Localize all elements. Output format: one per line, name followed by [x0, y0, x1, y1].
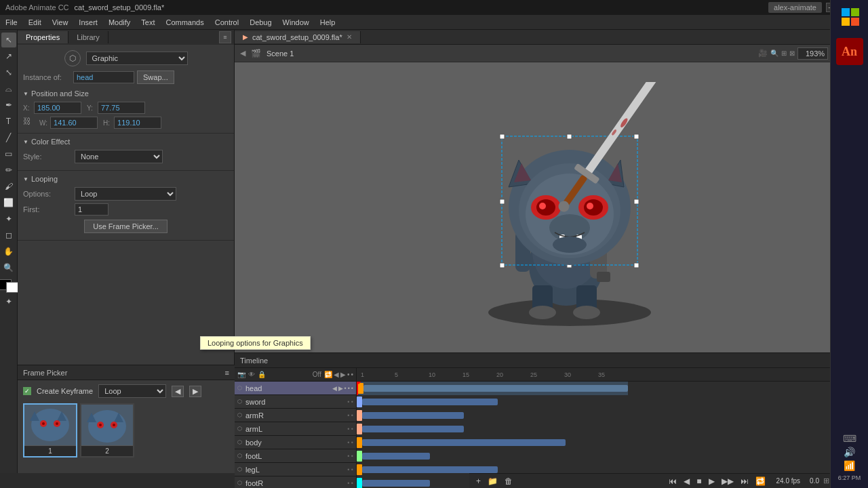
frame-picker-options-icon[interactable]: ≡: [225, 369, 229, 377]
hand-tool[interactable]: ✋: [1, 244, 16, 259]
frame-thumb-2[interactable]: 2: [80, 403, 134, 458]
line-tool[interactable]: ╱: [1, 130, 16, 145]
wh-row: ⛓ W: H:: [23, 117, 229, 129]
prev-frame-btn[interactable]: ◀: [682, 476, 691, 486]
eyedropper-tool[interactable]: ✦: [1, 211, 16, 226]
eye-icon[interactable]: 👁: [248, 371, 255, 378]
layer-armL[interactable]: ⬡ armL • •: [235, 422, 356, 436]
zoom-tool[interactable]: 🔍: [1, 260, 16, 275]
svg-rect-25: [597, 272, 610, 282]
menu-window[interactable]: Window: [277, 17, 315, 28]
fp-next-btn[interactable]: ▶: [189, 386, 201, 397]
layer-legL[interactable]: ⬡ legL • •: [235, 463, 356, 476]
menu-view[interactable]: View: [47, 17, 74, 28]
file-tab-icon: ▶: [243, 33, 248, 41]
frames-area[interactable]: 1 5 10 15 20 25 30 35: [357, 368, 844, 488]
win-start[interactable]: [836, 3, 863, 30]
svg-point-21: [529, 306, 556, 319]
layer-footL[interactable]: ⬡ footL • •: [235, 449, 356, 463]
svg-rect-71: [362, 412, 464, 419]
layer-dots-armL: • •: [347, 426, 353, 432]
first-input[interactable]: [75, 203, 108, 216]
next-frame-btn[interactable]: ▶▶: [720, 476, 735, 486]
tab-library[interactable]: Library: [68, 31, 108, 43]
bone-tool[interactable]: ✦: [1, 294, 16, 309]
win-network-icon[interactable]: 📶: [844, 460, 855, 471]
fp-prev-btn[interactable]: ◀: [172, 386, 184, 397]
swap-button[interactable]: Swap...: [137, 70, 174, 84]
menu-help[interactable]: Help: [315, 17, 341, 28]
loop-dropdown[interactable]: Loop: [98, 384, 166, 398]
create-keyframe-checkbox[interactable]: ✓: [23, 387, 31, 395]
instance-of-input[interactable]: [73, 71, 134, 83]
play-btn[interactable]: ▶: [707, 476, 716, 486]
file-tab[interactable]: ▶ cat_sword_setup_0009.fla* ✕: [235, 31, 361, 43]
menu-debug[interactable]: Debug: [244, 17, 277, 28]
svg-rect-30: [567, 134, 572, 139]
win-sound-icon[interactable]: 🔊: [844, 447, 855, 458]
w-field: W:: [39, 117, 98, 129]
xy-row: X: Y:: [23, 102, 229, 114]
looping-header[interactable]: ▼ Looping: [23, 175, 229, 183]
subselect-tool[interactable]: ↗: [1, 49, 16, 64]
rect-tool[interactable]: ▭: [1, 146, 16, 161]
menu-modify[interactable]: Modify: [103, 17, 136, 28]
style-dropdown[interactable]: None: [75, 150, 163, 163]
y-input[interactable]: [98, 102, 145, 114]
options-dropdown[interactable]: Loop Play Once Single Frame: [75, 187, 176, 201]
frame-picker-title: Frame Picker: [23, 369, 67, 377]
menu-commands[interactable]: Commands: [160, 17, 209, 28]
menu-insert[interactable]: Insert: [73, 17, 103, 28]
panel-options-icon[interactable]: ≡: [219, 31, 231, 43]
layer-sword[interactable]: ⬡ sword • •: [235, 395, 356, 409]
pencil-tool[interactable]: ✏: [1, 163, 16, 178]
add-layer-btn[interactable]: +: [475, 476, 482, 486]
layer-dots: • •: [347, 399, 353, 405]
layer-head[interactable]: ⬡ head ◀▶•••: [235, 382, 356, 395]
use-frame-picker-button[interactable]: Use Frame Picker...: [84, 220, 167, 233]
paint-bucket-tool[interactable]: ⬜: [1, 195, 16, 210]
loop-btn[interactable]: 🔁: [754, 476, 767, 486]
lock-icon[interactable]: 🔒: [258, 371, 266, 378]
free-transform-tool[interactable]: ⤡: [1, 65, 16, 80]
layer-armR[interactable]: ⬡ armR • •: [235, 409, 356, 422]
layer-footR[interactable]: ⬡ footR • •: [235, 476, 356, 488]
x-input[interactable]: [34, 102, 81, 114]
select-tool[interactable]: ↖: [1, 33, 16, 47]
back-icon[interactable]: ◀: [240, 49, 245, 58]
symbol-type-dropdown[interactable]: Graphic: [86, 52, 188, 65]
win-animate-icon[interactable]: An: [836, 38, 863, 65]
menu-text[interactable]: Text: [136, 17, 160, 28]
brush-tool[interactable]: 🖌: [1, 179, 16, 194]
eraser-tool[interactable]: ◻: [1, 228, 16, 243]
lasso-tool[interactable]: ⌓: [1, 81, 16, 96]
menu-control[interactable]: Control: [210, 17, 244, 28]
win-keyboard-icon[interactable]: ⌨: [843, 433, 856, 444]
position-size-header[interactable]: ▼ Position and Size: [23, 89, 229, 98]
stop-btn[interactable]: ■: [695, 476, 703, 486]
layer-dots-footR: • •: [347, 480, 353, 487]
onion-skin-icon[interactable]: ⊞: [823, 476, 829, 485]
file-tab-name: cat_sword_setup_0009.fla*: [252, 33, 342, 41]
tab-properties[interactable]: Properties: [18, 31, 68, 43]
add-folder-btn[interactable]: 📁: [486, 476, 499, 486]
svg-rect-79: [357, 451, 362, 462]
pen-tool[interactable]: ✒: [1, 98, 16, 113]
last-frame-btn[interactable]: ⏭: [739, 476, 750, 486]
layer-body[interactable]: ⬡ body • •: [235, 436, 356, 449]
svg-point-53: [553, 237, 587, 253]
first-frame-btn[interactable]: ⏮: [667, 476, 678, 486]
color-effect-header[interactable]: ▼ Color Effect: [23, 138, 229, 146]
scene-name[interactable]: Scene 1: [267, 49, 294, 58]
stage[interactable]: [235, 62, 844, 352]
menu-file[interactable]: File: [0, 17, 23, 28]
text-tool[interactable]: T: [1, 114, 16, 129]
h-input[interactable]: [114, 117, 161, 129]
delete-layer-btn[interactable]: 🗑: [503, 476, 514, 486]
menu-edit[interactable]: Edit: [23, 17, 47, 28]
file-tab-close[interactable]: ✕: [347, 33, 352, 41]
frame-thumb-1[interactable]: 1: [23, 403, 77, 458]
zoom-input[interactable]: [797, 47, 828, 60]
w-input[interactable]: [50, 117, 98, 129]
style-label: Style:: [23, 152, 71, 161]
